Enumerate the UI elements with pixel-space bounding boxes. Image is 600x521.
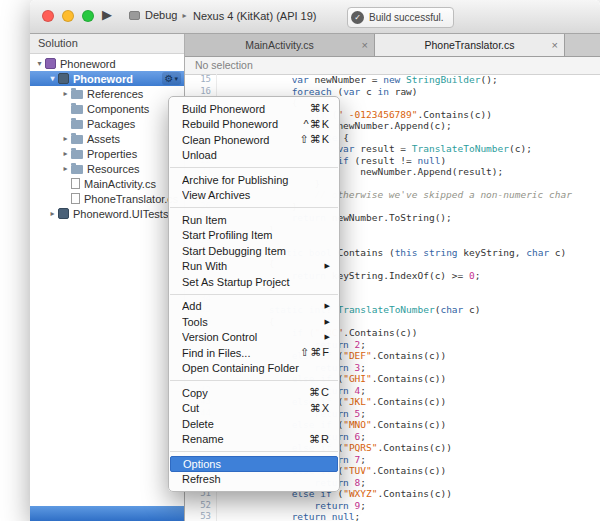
disclosure-open-icon[interactable]: ▾ bbox=[47, 74, 58, 83]
menu-item-shortcut: ⌘R bbox=[309, 433, 330, 446]
menu-item-cut[interactable]: Cut⌘X bbox=[169, 401, 339, 417]
check-icon: ✓ bbox=[351, 11, 364, 24]
close-window-button[interactable] bbox=[42, 10, 54, 22]
gear-menu-button[interactable]: ⚙▾ bbox=[162, 72, 181, 85]
menu-item-start-debugging-item[interactable]: Start Debugging Item bbox=[169, 243, 339, 259]
menu-item-shortcut: ⌘X bbox=[310, 402, 330, 415]
menu-item-label: Unload bbox=[182, 149, 330, 161]
menu-item-options[interactable]: Options bbox=[170, 456, 338, 472]
menu-item-run-with[interactable]: Run With▶ bbox=[169, 259, 339, 275]
submenu-arrow-icon: ▶ bbox=[325, 262, 330, 270]
run-button[interactable]: ▶ bbox=[102, 7, 112, 22]
code-line: 52 return 9; bbox=[185, 500, 600, 512]
zoom-window-button[interactable] bbox=[82, 10, 94, 22]
menu-item-archive-for-publishing[interactable]: Archive for Publishing bbox=[169, 172, 339, 188]
solution-pad: Solution ▾Phoneword▾Phoneword⚙▾▸Referenc… bbox=[30, 34, 185, 521]
tree-item-phoneword-uitests[interactable]: ▸Phoneword.UITests bbox=[30, 206, 184, 221]
menu-item-refresh[interactable]: Refresh bbox=[169, 472, 339, 488]
configuration-label: Debug bbox=[145, 9, 177, 21]
tab-label: PhoneTranslator.cs bbox=[424, 39, 514, 51]
tree-item-components[interactable]: Components bbox=[30, 101, 184, 116]
submenu-arrow-icon: ▶ bbox=[325, 318, 330, 326]
menu-item-version-control[interactable]: Version Control▶ bbox=[169, 330, 339, 346]
menu-item-label: Add bbox=[182, 300, 315, 312]
menu-separator bbox=[170, 451, 338, 452]
folder-icon bbox=[71, 165, 83, 174]
solution-tree: ▾Phoneword▾Phoneword⚙▾▸ReferencesCompone… bbox=[30, 54, 184, 506]
menu-item-copy[interactable]: Copy⌘C bbox=[169, 385, 339, 401]
menu-item-view-archives[interactable]: View Archives bbox=[169, 188, 339, 204]
menu-item-clean-phoneword[interactable]: Clean Phoneword⇧⌘K bbox=[169, 132, 339, 148]
menu-item-rebuild-phoneword[interactable]: Rebuild Phoneword^⌘K bbox=[169, 117, 339, 133]
csfile-icon bbox=[71, 178, 80, 189]
menu-item-set-as-startup-project[interactable]: Set As Startup Project bbox=[169, 274, 339, 290]
titlebar: ▶ Debug ▸ Nexus 4 (KitKat) (API 19) ✓ Bu… bbox=[30, 0, 600, 34]
tab-mainactivity-cs[interactable]: MainActivity.cs× bbox=[185, 34, 375, 56]
menu-item-find-in-files[interactable]: Find in Files...⇧⌘F bbox=[169, 345, 339, 361]
disclosure-closed-icon[interactable]: ▸ bbox=[60, 149, 71, 158]
disclosure-closed-icon[interactable]: ▸ bbox=[60, 134, 71, 143]
menu-item-unload[interactable]: Unload bbox=[169, 148, 339, 164]
disclosure-closed-icon[interactable]: ▸ bbox=[47, 209, 58, 218]
minimize-window-button[interactable] bbox=[62, 10, 74, 22]
submenu-arrow-icon: ▶ bbox=[325, 333, 330, 341]
menu-item-label: Start Debugging Item bbox=[182, 245, 330, 257]
menu-item-delete[interactable]: Delete bbox=[169, 416, 339, 432]
code-text: return 9; bbox=[223, 500, 366, 512]
menu-item-rename[interactable]: Rename⌘R bbox=[169, 432, 339, 448]
menu-item-start-profiling-item[interactable]: Start Profiling Item bbox=[169, 228, 339, 244]
breadcrumb[interactable]: No selection bbox=[185, 57, 600, 75]
disclosure-closed-icon[interactable]: ▸ bbox=[60, 89, 71, 98]
menu-item-add[interactable]: Add▶ bbox=[169, 299, 339, 315]
tree-item-phoneword[interactable]: ▾Phoneword bbox=[30, 56, 184, 71]
tree-item-phonetranslator-cs[interactable]: PhoneTranslator.cs bbox=[30, 191, 184, 206]
menu-item-label: Run With bbox=[182, 260, 315, 272]
menu-item-build-phoneword[interactable]: Build Phoneword⌘K bbox=[169, 101, 339, 117]
code-text: var newNumber = new StringBuilder(); bbox=[223, 74, 498, 86]
tree-item-references[interactable]: ▸References bbox=[30, 86, 184, 101]
tree-item-assets[interactable]: ▸Assets bbox=[30, 131, 184, 146]
tab-close-icon[interactable]: × bbox=[552, 40, 558, 51]
menu-item-tools[interactable]: Tools▶ bbox=[169, 314, 339, 330]
tab-close-icon[interactable]: × bbox=[362, 40, 368, 51]
project-icon bbox=[58, 208, 69, 219]
tab-bar: MainActivity.cs×PhoneTranslator.cs× bbox=[185, 34, 600, 57]
tree-item-phoneword[interactable]: ▾Phoneword⚙▾ bbox=[30, 71, 184, 86]
disclosure-closed-icon[interactable]: ▸ bbox=[60, 164, 71, 173]
menu-item-label: Find in Files... bbox=[182, 347, 290, 359]
tree-item-resources[interactable]: ▸Resources bbox=[30, 161, 184, 176]
device-selector[interactable]: Nexus 4 (KitKat) (API 19) bbox=[193, 10, 317, 22]
csfile-icon bbox=[71, 193, 80, 204]
configuration-selector[interactable]: Debug ▸ bbox=[129, 9, 186, 21]
disclosure-open-icon[interactable]: ▾ bbox=[34, 59, 45, 68]
tree-item-label: References bbox=[87, 88, 143, 100]
tree-item-packages[interactable]: Packages bbox=[30, 116, 184, 131]
line-number: 15 bbox=[185, 74, 217, 86]
menu-item-label: Refresh bbox=[182, 473, 330, 485]
submenu-arrow-icon: ▶ bbox=[325, 302, 330, 310]
menu-item-label: Tools bbox=[182, 316, 315, 328]
breadcrumb-label: No selection bbox=[195, 59, 253, 71]
menu-item-shortcut: ^⌘K bbox=[304, 118, 331, 131]
tab-label: MainActivity.cs bbox=[245, 39, 314, 51]
tree-item-label: PhoneTranslator.cs bbox=[84, 193, 178, 205]
menu-item-label: Build Phoneword bbox=[182, 103, 300, 115]
window-controls bbox=[42, 10, 94, 22]
sidebar-bottom-bar bbox=[30, 506, 184, 521]
menu-item-label: Start Profiling Item bbox=[182, 229, 330, 241]
tree-item-label: Phoneword bbox=[73, 73, 133, 85]
build-status-label: Build successful. bbox=[369, 12, 443, 23]
line-number: 53 bbox=[185, 511, 217, 521]
context-menu: Build Phoneword⌘KRebuild Phoneword^⌘KCle… bbox=[168, 96, 340, 492]
tab-phonetranslator-cs[interactable]: PhoneTranslator.cs× bbox=[375, 34, 565, 56]
tree-item-label: MainActivity.cs bbox=[84, 178, 156, 190]
menu-item-run-item[interactable]: Run Item bbox=[169, 212, 339, 228]
tree-item-label: Assets bbox=[87, 133, 120, 145]
tree-item-properties[interactable]: ▸Properties bbox=[30, 146, 184, 161]
app-window: ▶ Debug ▸ Nexus 4 (KitKat) (API 19) ✓ Bu… bbox=[30, 0, 600, 521]
menu-item-label: Cut bbox=[182, 402, 300, 414]
folder-icon bbox=[71, 120, 83, 129]
menu-item-label: Run Item bbox=[182, 214, 330, 226]
tree-item-mainactivity-cs[interactable]: MainActivity.cs bbox=[30, 176, 184, 191]
menu-item-open-containing-folder[interactable]: Open Containing Folder bbox=[169, 361, 339, 377]
